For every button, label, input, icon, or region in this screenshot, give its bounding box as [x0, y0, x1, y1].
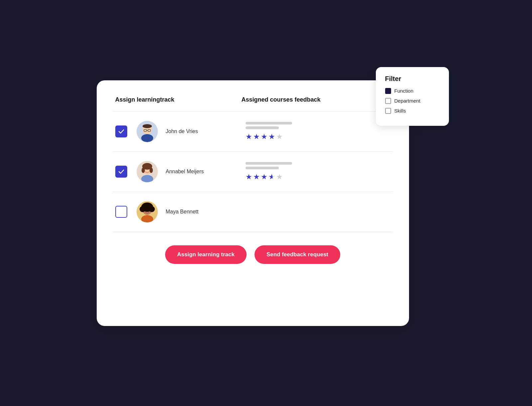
person-row-maya: Maya Bennett — [115, 192, 390, 232]
name-annabel: Annabel Meijers — [166, 169, 232, 175]
star-a5: ★ — [276, 173, 283, 181]
filter-label-function: Function — [394, 88, 414, 94]
checkbox-annabel[interactable] — [115, 166, 127, 178]
feedback-annabel: ★ ★ ★ ★★ ★ — [246, 162, 292, 181]
send-feedback-request-button[interactable]: Send feedback request — [255, 245, 340, 264]
star-a4-half: ★★ — [268, 173, 275, 181]
star-4: ★ — [268, 132, 275, 141]
avatar-john — [137, 121, 158, 142]
filter-label-skills: Skills — [394, 108, 406, 114]
feedback-john: ★ ★ ★ ★ ★ — [246, 122, 292, 141]
filter-item-function[interactable]: Function — [385, 88, 440, 94]
name-john: John de Vries — [166, 128, 232, 134]
star-5: ★ — [276, 132, 283, 141]
svg-point-12 — [150, 168, 153, 173]
assign-learning-track-button[interactable]: Assign learning track — [165, 245, 247, 264]
stars-john: ★ ★ ★ ★ ★ — [246, 132, 292, 141]
stars-annabel: ★ ★ ★ ★★ ★ — [246, 173, 292, 181]
feedback-line-1-annabel — [246, 162, 292, 165]
feedback-line-2-annabel — [246, 167, 279, 169]
name-maya: Maya Bennett — [166, 209, 232, 215]
column-headers: Assign learningtrack Assigned courses fe… — [115, 96, 390, 103]
filter-item-department[interactable]: Department — [385, 98, 440, 104]
filter-checkbox-function[interactable] — [385, 88, 391, 94]
checkbox-maya[interactable] — [115, 206, 127, 218]
person-row-annabel: Annabel Meijers ★ ★ ★ ★★ ★ — [115, 152, 390, 192]
feedback-line-1-john — [246, 122, 292, 124]
filter-title: Filter — [385, 75, 440, 83]
filter-checkbox-department[interactable] — [385, 98, 391, 104]
star-3: ★ — [261, 132, 267, 141]
svg-point-17 — [140, 206, 146, 212]
filter-card: Filter Function Department Skills — [376, 67, 449, 126]
filter-checkbox-skills[interactable] — [385, 108, 391, 114]
star-1: ★ — [246, 132, 252, 141]
feedback-line-2-john — [246, 126, 279, 129]
col-header-feedback: Assigned courses feedback — [242, 96, 321, 103]
filter-label-department: Department — [394, 98, 420, 104]
main-card: Assign learningtrack Assigned courses fe… — [97, 80, 409, 326]
star-a1: ★ — [246, 173, 252, 181]
svg-point-3 — [143, 124, 152, 128]
filter-item-skills[interactable]: Skills — [385, 108, 440, 114]
svg-point-18 — [149, 206, 155, 212]
avatar-maya — [137, 201, 158, 222]
star-a3: ★ — [261, 173, 267, 181]
person-row-john: John de Vries ★ ★ ★ ★ ★ — [115, 112, 390, 151]
star-a2: ★ — [253, 173, 260, 181]
checkbox-john[interactable] — [115, 125, 127, 137]
avatar-annabel — [137, 161, 158, 182]
col-header-assign: Assign learningtrack — [115, 96, 242, 103]
svg-point-1 — [141, 134, 153, 142]
action-buttons: Assign learning track Send feedback requ… — [115, 245, 390, 264]
row-divider-3 — [113, 232, 393, 232]
svg-point-11 — [142, 168, 145, 173]
star-2: ★ — [253, 132, 260, 141]
